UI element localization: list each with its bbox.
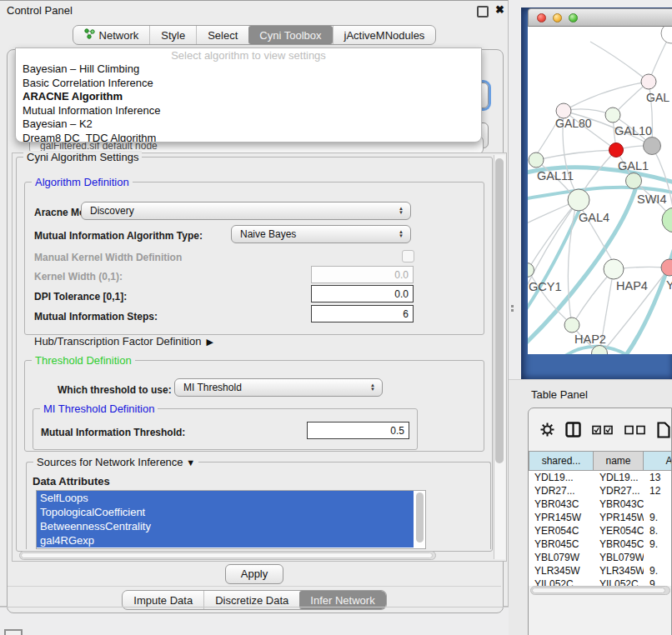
dropdown-item[interactable]: Bayesian – K2 bbox=[16, 118, 481, 132]
unchecked-checkboxes-icon[interactable] bbox=[624, 425, 646, 435]
network-edge[interactable] bbox=[590, 42, 649, 82]
network-node[interactable] bbox=[662, 208, 672, 232]
control-panel-titlebar[interactable]: Control Panel ✖ bbox=[0, 1, 508, 21]
node-table-window: shared...nameA YDL19...YDL19...13YDR27..… bbox=[528, 408, 672, 635]
cyni-algorithm-settings-title: Cyni Algorithm Settings bbox=[23, 151, 142, 163]
network-node[interactable] bbox=[568, 189, 589, 211]
float-window-icon[interactable] bbox=[477, 6, 489, 18]
control-panel-tabs: NetworkStyleSelectCyni ToolboxjActiveMNo… bbox=[0, 25, 509, 45]
table-cell: YER054C bbox=[594, 524, 644, 538]
checked-checkboxes-icon[interactable] bbox=[592, 425, 614, 435]
network-canvas[interactable]: GALGAL80GAL10GAL1GAL11SWI4GAL4HAP4YGCY1H… bbox=[528, 27, 672, 354]
network-node[interactable] bbox=[528, 263, 534, 278]
table-cell: YPR145W bbox=[594, 511, 644, 524]
aracne-mode-select[interactable]: Discovery ▲▼ bbox=[81, 202, 411, 220]
table-row[interactable]: YDR27...YDR27...12 bbox=[529, 484, 672, 498]
table-row[interactable]: YBL079WYBL079W bbox=[529, 551, 672, 564]
network-icon bbox=[84, 28, 95, 42]
network-node[interactable] bbox=[641, 74, 656, 89]
close-icon[interactable]: ✖ bbox=[495, 3, 504, 16]
network-node[interactable] bbox=[605, 108, 620, 122]
network-node[interactable] bbox=[529, 152, 544, 168]
table-panel-title: Table Panel bbox=[531, 388, 588, 401]
table-cell: YBL079W bbox=[594, 551, 644, 564]
attribute-item[interactable]: gal4RGexp bbox=[37, 533, 414, 548]
mi-algorithm-type-label: Mutual Information Algorithm Type: bbox=[34, 230, 203, 242]
network-node[interactable] bbox=[644, 138, 661, 155]
column-header[interactable]: A bbox=[644, 451, 672, 471]
dropdown-item[interactable]: Bayesian – Hill Climbing bbox=[16, 62, 481, 77]
hub-definition-toggle[interactable]: Hub/Transcription Factor Definition▶ bbox=[34, 335, 213, 348]
network-node[interactable] bbox=[564, 318, 579, 332]
dropdown-item[interactable]: Mutual Information Inference bbox=[16, 104, 481, 118]
column-header[interactable]: shared... bbox=[529, 451, 594, 471]
apply-button[interactable]: Apply bbox=[225, 564, 283, 584]
table-row[interactable]: YBR043CYBR043C bbox=[529, 498, 672, 511]
kernel-width-input[interactable] bbox=[311, 266, 414, 283]
attribute-item[interactable]: TopologicalCoefficient bbox=[37, 505, 414, 519]
data-attributes-list[interactable]: SelfLoopsTopologicalCoefficientBetweenne… bbox=[36, 490, 426, 549]
table-cell: YIL052C bbox=[529, 578, 594, 586]
stepper-arrows-icon: ▲▼ bbox=[367, 383, 379, 392]
manual-kernel-width-checkbox[interactable] bbox=[402, 250, 414, 262]
table-row[interactable]: YER054CYER054C8. bbox=[529, 524, 672, 538]
node-label: GAL10 bbox=[614, 124, 652, 138]
attribute-item[interactable]: BetweennessCentrality bbox=[37, 519, 414, 533]
which-threshold-label: Which threshold to use: bbox=[58, 384, 172, 396]
network-node[interactable] bbox=[661, 27, 672, 43]
tab-network[interactable]: Network bbox=[73, 26, 150, 44]
mi-algorithm-type-select[interactable]: Naive Bayes ▲▼ bbox=[231, 225, 411, 243]
table-horizontal-scrollbar[interactable] bbox=[530, 586, 670, 595]
table-cell: 9. bbox=[644, 564, 672, 578]
network-edge[interactable] bbox=[536, 150, 616, 160]
tab-select[interactable]: Select bbox=[196, 26, 248, 44]
table-row[interactable]: YBR045CYBR045C9. bbox=[529, 538, 672, 551]
manual-kernel-width-label: Manual Kernel Width Definition bbox=[34, 252, 182, 263]
network-node[interactable] bbox=[604, 259, 624, 279]
network-node[interactable] bbox=[661, 259, 672, 276]
dropdown-item[interactable]: Dream8 DC_TDC Algorithm bbox=[16, 132, 481, 143]
tab-cyni-toolbox[interactable]: Cyni Toolbox bbox=[248, 26, 332, 44]
table-row[interactable]: YIL052CYIL052C9. bbox=[529, 578, 672, 586]
which-threshold-value: MI Threshold bbox=[175, 382, 367, 393]
close-traffic-icon[interactable] bbox=[537, 13, 546, 22]
list-scrollbar[interactable] bbox=[415, 492, 424, 546]
splitter-grip[interactable] bbox=[511, 305, 514, 312]
dropdown-item[interactable]: Basic Correlation Inference bbox=[16, 77, 481, 91]
network-edge[interactable] bbox=[564, 82, 649, 111]
table-row[interactable]: YDL19...YDL19...13 bbox=[529, 471, 672, 484]
table-row[interactable]: YLR345WYLR345W9. bbox=[529, 564, 672, 578]
which-threshold-select[interactable]: MI Threshold ▲▼ bbox=[174, 378, 383, 397]
mi-threshold-input[interactable] bbox=[307, 422, 409, 439]
settings-gear-icon[interactable] bbox=[540, 422, 554, 437]
node-label: GCY1 bbox=[529, 280, 562, 293]
vertical-scrollbar[interactable] bbox=[494, 155, 505, 559]
network-node[interactable] bbox=[609, 143, 624, 158]
network-window-titlebar[interactable] bbox=[528, 8, 672, 27]
stepper-arrows-icon: ▲▼ bbox=[395, 207, 407, 215]
minimize-traffic-icon[interactable] bbox=[553, 13, 562, 22]
tab-style[interactable]: Style bbox=[149, 26, 196, 44]
attribute-item[interactable]: SelfLoops bbox=[37, 491, 414, 505]
network-view-window[interactable]: GALGAL80GAL10GAL1GAL11SWI4GAL4HAP4YGCY1H… bbox=[521, 8, 672, 379]
dpi-tolerance-input[interactable] bbox=[311, 285, 414, 302]
sources-title[interactable]: Sources for Network Inference ▼ bbox=[33, 456, 198, 468]
network-edge[interactable] bbox=[568, 208, 575, 325]
network-node[interactable] bbox=[626, 173, 642, 189]
zoom-traffic-icon[interactable] bbox=[569, 13, 578, 22]
horizontal-scrollbar[interactable] bbox=[19, 551, 436, 560]
dropdown-item[interactable]: ARACNE Algorithm bbox=[16, 90, 481, 104]
partial-widget bbox=[4, 629, 23, 635]
tab-jactivemnodules[interactable]: jActiveMNodules bbox=[333, 26, 436, 44]
table-cell: YLR345W bbox=[594, 564, 644, 578]
document-icon[interactable] bbox=[657, 422, 670, 438]
mi-threshold-definition-title: MI Threshold Definition bbox=[40, 402, 158, 415]
tab-label: Select bbox=[208, 29, 238, 42]
tab-label: Discretize Data bbox=[215, 594, 288, 607]
settings-scrollpane: Cyni Algorithm Settings Algorithm Defini… bbox=[12, 152, 507, 562]
control-panel-title: Control Panel bbox=[7, 4, 73, 17]
mi-steps-input[interactable] bbox=[311, 305, 414, 322]
table-row[interactable]: YPR145WYPR145W9. bbox=[529, 511, 672, 524]
columns-icon[interactable] bbox=[565, 422, 581, 438]
column-header[interactable]: name bbox=[594, 451, 644, 471]
